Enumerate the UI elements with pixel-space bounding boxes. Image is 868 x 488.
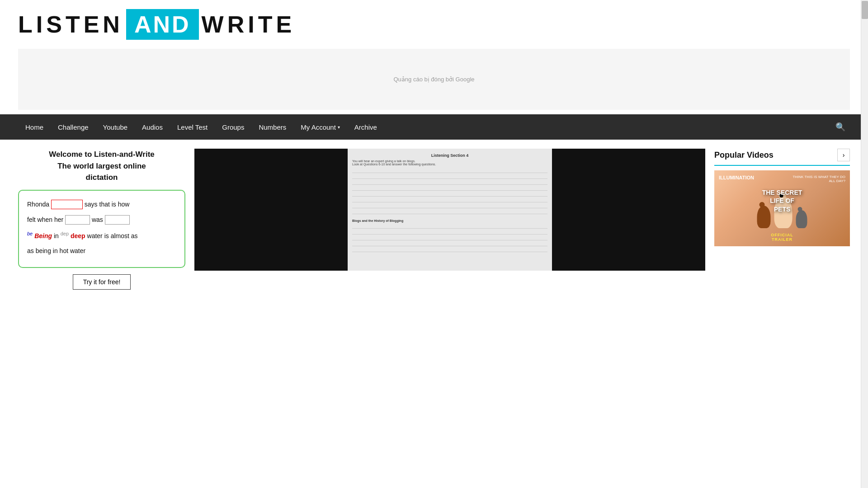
worksheet-panel: Listening Section 4 You will hear an exp… xyxy=(348,149,552,271)
movie-studio: ILLUMINATION xyxy=(719,175,754,180)
try-free-button[interactable]: Try it for free! xyxy=(73,274,131,290)
label-dep: dep xyxy=(61,231,69,236)
movie-main-title: THE SECRET LIFE OF PETS xyxy=(762,188,802,213)
video-thumbnail[interactable]: ILLUMINATION THINK THIS IS WHAT THEY DO … xyxy=(714,170,850,246)
nav-myaccount[interactable]: My Account ▾ xyxy=(293,114,347,140)
worksheet-line-10 xyxy=(352,230,547,235)
nav-youtube[interactable]: Youtube xyxy=(96,114,135,140)
main-content: Welcome to Listen-and-Write The world la… xyxy=(0,140,868,299)
logo-listen: LISTEN xyxy=(18,11,123,38)
worksheet-subtitle: Blogs and the History of Blogging xyxy=(352,219,547,222)
dropdown-chevron-icon: ▾ xyxy=(338,125,340,130)
worksheet-line-3 xyxy=(352,180,547,185)
nav-numbers[interactable]: Numbers xyxy=(251,114,293,140)
ad-bar: Quảng cáo bị đóng bởi Google xyxy=(18,49,850,110)
dictation-input-2[interactable] xyxy=(65,215,90,225)
worksheet-line-2 xyxy=(352,174,547,179)
worksheet-line-13 xyxy=(352,248,547,252)
movie-official-trailer: OFFICIAL TRAILER xyxy=(714,233,850,242)
scrollbar-thumb[interactable] xyxy=(862,1,868,19)
popular-next-button[interactable]: › xyxy=(837,149,850,161)
movie-title-area: OFFICIAL TRAILER xyxy=(714,231,850,242)
dictation-line1: Rhonda says that is how xyxy=(27,198,176,211)
nav-home[interactable]: Home xyxy=(18,114,51,140)
worksheet-line-9 xyxy=(352,224,547,229)
label-be: be xyxy=(27,231,33,236)
worksheet-content xyxy=(352,169,547,216)
nav-challenge[interactable]: Challenge xyxy=(51,114,96,140)
worksheet-line-6 xyxy=(352,198,547,202)
scrollbar[interactable] xyxy=(861,0,868,299)
image-right xyxy=(552,149,705,271)
dictation-input-3[interactable] xyxy=(105,215,130,225)
movie-tagline: THINK THIS IS WHAT THEY DO ALL DAY? xyxy=(791,175,845,183)
worksheet-line-8 xyxy=(352,210,547,214)
worksheet-instructions: You will hear an expert giving a talk on… xyxy=(352,160,547,166)
main-nav: Home Challenge Youtube Audios Level Test… xyxy=(0,114,868,140)
worksheet-title: Listening Section 4 xyxy=(431,153,469,158)
header: LISTEN AND WRITE xyxy=(0,0,868,44)
worksheet-line-11 xyxy=(352,236,547,240)
dictation-input-1[interactable] xyxy=(51,200,83,209)
nav-archive[interactable]: Archive xyxy=(347,114,384,140)
deep-word: deep xyxy=(69,232,85,239)
dictation-line3: be Being in dep deep water is almost as xyxy=(27,229,176,242)
nav-leveltest[interactable]: Level Test xyxy=(170,114,215,140)
worksheet-content-2 xyxy=(352,224,547,253)
popular-title: Popular Videos xyxy=(714,150,774,160)
dictation-line4: as being in hot water xyxy=(27,244,176,257)
worksheet-line-7 xyxy=(352,204,547,208)
dictation-line2: felt when her was xyxy=(27,213,176,226)
nav-groups[interactable]: Groups xyxy=(215,114,251,140)
popular-videos-header: Popular Videos › xyxy=(714,149,850,166)
sidebar-left: Welcome to Listen-and-Write The world la… xyxy=(18,149,185,290)
being-word: Being xyxy=(33,232,52,239)
image-left xyxy=(194,149,348,271)
worksheet-line-12 xyxy=(352,242,547,246)
content-image: Listening Section 4 You will hear an exp… xyxy=(194,149,705,271)
logo: LISTEN AND WRITE xyxy=(18,9,295,40)
logo-write: WRITE xyxy=(202,11,296,38)
dictation-preview-box: Rhonda says that is how felt when her wa… xyxy=(18,190,185,268)
worksheet-line-1 xyxy=(352,169,547,173)
ad-text: Quảng cáo bị đóng bởi Google xyxy=(393,76,474,83)
worksheet-line-4 xyxy=(352,186,547,191)
nav-audios[interactable]: Audios xyxy=(135,114,170,140)
sidebar-right: Popular Videos › ILLUMINATION THINK THIS… xyxy=(714,149,850,290)
welcome-title: Welcome to Listen-and-Write The world la… xyxy=(18,149,185,183)
worksheet-line-5 xyxy=(352,192,547,197)
center-content: Listening Section 4 You will hear an exp… xyxy=(194,149,705,290)
movie-poster: ILLUMINATION THINK THIS IS WHAT THEY DO … xyxy=(714,170,850,246)
logo-and: AND xyxy=(126,9,199,40)
nav-search-icon[interactable]: 🔍 xyxy=(831,122,850,132)
